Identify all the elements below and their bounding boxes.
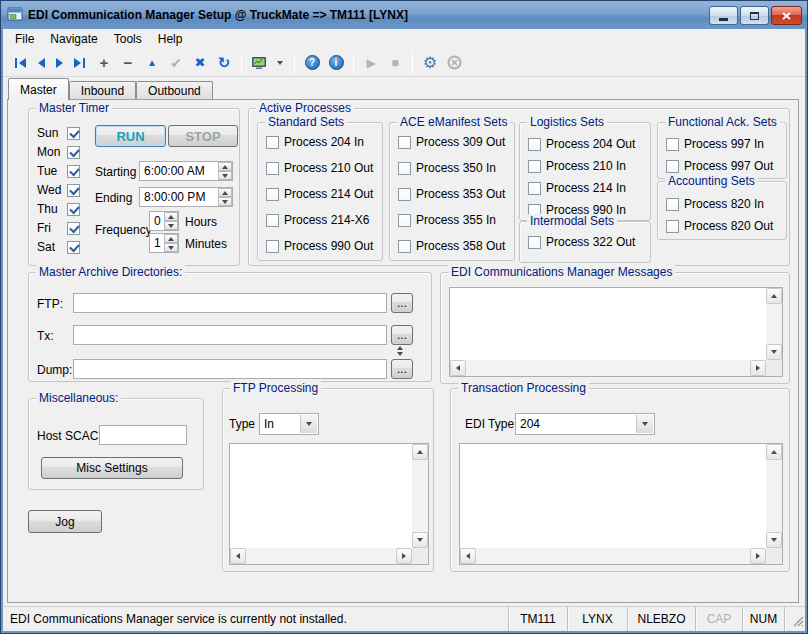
menu-file[interactable]: File <box>7 30 42 48</box>
browse-button[interactable]: ... <box>391 325 413 345</box>
toolbar-edit-button[interactable]: ▲ <box>141 51 163 75</box>
spin-down-button[interactable] <box>164 221 178 230</box>
day-thu-checkbox[interactable] <box>67 203 80 216</box>
toolbar-first-button[interactable] <box>9 51 31 75</box>
edi-type-combo[interactable]: 204 <box>515 413 655 435</box>
scroll-right-button[interactable] <box>750 360 766 376</box>
scroll-down-button[interactable] <box>766 532 782 548</box>
scroll-up-button[interactable] <box>412 444 428 460</box>
run-button[interactable]: RUN <box>95 125 166 147</box>
mini-up-button[interactable] <box>397 346 403 350</box>
tab-master[interactable]: Master <box>8 78 69 100</box>
transaction-processing-list[interactable] <box>459 443 783 565</box>
process-label[interactable]: Process 353 Out <box>416 187 505 201</box>
host-scac-input[interactable] <box>99 425 187 445</box>
toolbar-delete-button[interactable]: − <box>117 51 139 75</box>
process-label[interactable]: Process 997 Out <box>684 159 773 173</box>
toolbar-prior-button[interactable] <box>33 51 49 75</box>
horizontal-scrollbar[interactable] <box>230 548 412 564</box>
close-button[interactable] <box>771 6 802 25</box>
process-322-out-checkbox[interactable] <box>528 236 541 249</box>
maximize-button[interactable] <box>740 6 769 25</box>
toolbar-abort-button[interactable] <box>443 51 465 75</box>
vertical-scrollbar[interactable] <box>766 288 782 360</box>
horizontal-scrollbar[interactable] <box>450 360 766 376</box>
browse-button[interactable]: ... <box>391 293 413 313</box>
browse-button[interactable]: ... <box>391 359 413 379</box>
process-358-out-checkbox[interactable] <box>398 240 411 253</box>
toolbar-start-service-button[interactable]: ▶ <box>360 51 382 75</box>
process-214-in-checkbox[interactable] <box>528 182 541 195</box>
process-820-out-checkbox[interactable] <box>666 220 679 233</box>
misc-settings-button[interactable]: Misc Settings <box>41 457 183 479</box>
process-820-in-checkbox[interactable] <box>666 198 679 211</box>
process-label[interactable]: Process 820 Out <box>684 219 773 233</box>
toolbar-settings-button[interactable]: ⚙ <box>419 51 441 75</box>
scroll-right-button[interactable] <box>396 548 412 564</box>
ending-time-field[interactable]: 8:00:00 PM <box>139 187 233 207</box>
process-355-in-checkbox[interactable] <box>398 214 411 227</box>
scroll-down-button[interactable] <box>412 532 428 548</box>
tx-directory-input[interactable] <box>73 325 387 345</box>
tab-inbound[interactable]: Inbound <box>69 81 136 99</box>
process-353-out-checkbox[interactable] <box>398 188 411 201</box>
ftp-directory-input[interactable] <box>73 293 387 313</box>
day-mon-checkbox[interactable] <box>67 146 80 159</box>
frequency-minutes-field[interactable]: 1 <box>149 233 179 253</box>
process-label[interactable]: Process 214-X6 <box>284 213 369 227</box>
day-tue-checkbox[interactable] <box>67 165 80 178</box>
process-label[interactable]: Process 214 Out <box>284 187 373 201</box>
scroll-left-button[interactable] <box>230 548 246 564</box>
messages-list[interactable] <box>449 287 783 377</box>
process-label[interactable]: Process 204 In <box>284 135 364 149</box>
toolbar-post-button[interactable]: ✔ <box>165 51 187 75</box>
process-label[interactable]: Process 210 Out <box>284 161 373 175</box>
scroll-down-button[interactable] <box>766 344 782 360</box>
toolbar-refresh-button[interactable]: ↻ <box>213 51 235 75</box>
process-997-in-checkbox[interactable] <box>666 138 679 151</box>
jog-button[interactable]: Jog <box>28 510 102 533</box>
horizontal-scrollbar[interactable] <box>460 548 766 564</box>
day-sat-checkbox[interactable] <box>67 241 80 254</box>
process-label[interactable]: Process 990 Out <box>284 239 373 253</box>
combo-dropdown-button[interactable] <box>636 415 653 433</box>
process-label[interactable]: Process 204 Out <box>546 137 635 151</box>
process-label[interactable]: Process 322 Out <box>546 235 635 249</box>
scroll-left-button[interactable] <box>460 548 476 564</box>
process-label[interactable]: Process 820 In <box>684 197 764 211</box>
starting-time-field[interactable]: 6:00:00 AM <box>139 161 233 181</box>
vertical-scrollbar[interactable] <box>412 444 428 548</box>
process-997-out-checkbox[interactable] <box>666 160 679 173</box>
day-fri-checkbox[interactable] <box>67 222 80 235</box>
toolbar-info-button[interactable]: i <box>325 51 347 75</box>
process-350-in-checkbox[interactable] <box>398 162 411 175</box>
spin-down-button[interactable] <box>218 197 232 206</box>
menu-navigate[interactable]: Navigate <box>42 30 105 48</box>
spin-down-button[interactable] <box>218 171 232 180</box>
day-wed-checkbox[interactable] <box>67 184 80 197</box>
toolbar-insert-button[interactable]: + <box>93 51 115 75</box>
vertical-scrollbar[interactable] <box>766 444 782 548</box>
process-210-in-checkbox[interactable] <box>528 160 541 173</box>
process-label[interactable]: Process 210 In <box>546 159 626 173</box>
process-210-out-checkbox[interactable] <box>266 162 279 175</box>
spin-up-button[interactable] <box>164 212 178 221</box>
mini-down-button[interactable] <box>397 352 403 356</box>
process-label[interactable]: Process 309 Out <box>416 135 505 149</box>
process-label[interactable]: Process 350 In <box>416 161 496 175</box>
process-label[interactable]: Process 358 Out <box>416 239 505 253</box>
scroll-up-button[interactable] <box>766 444 782 460</box>
toolbar-stop-service-button[interactable]: ■ <box>384 51 406 75</box>
dump-directory-input[interactable] <box>73 359 387 379</box>
process-214-x6-checkbox[interactable] <box>266 214 279 227</box>
toolbar-next-button[interactable] <box>51 51 67 75</box>
process-label[interactable]: Process 214 In <box>546 181 626 195</box>
day-sun-checkbox[interactable] <box>67 127 80 140</box>
scroll-up-button[interactable] <box>766 288 782 304</box>
process-214-out-checkbox[interactable] <box>266 188 279 201</box>
frequency-hours-field[interactable]: 0 <box>149 211 179 231</box>
stop-button[interactable]: STOP <box>168 125 238 147</box>
process-990-out-checkbox[interactable] <box>266 240 279 253</box>
process-309-out-checkbox[interactable] <box>398 136 411 149</box>
toolbar-cancel-button[interactable]: ✖ <box>189 51 211 75</box>
